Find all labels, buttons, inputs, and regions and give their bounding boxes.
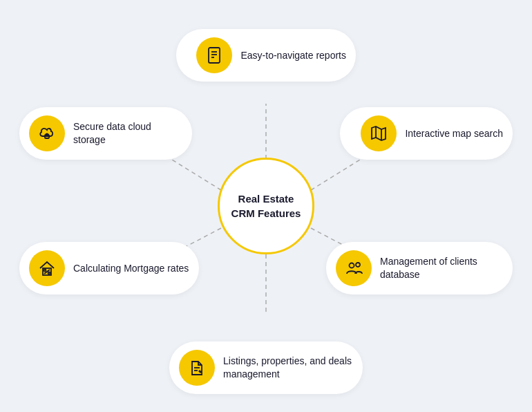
svg-point-16 xyxy=(48,272,50,274)
card-bottom-left-text: Calculating Mortgage rates xyxy=(73,262,189,275)
people-icon xyxy=(344,259,363,278)
card-bottom-left-icon-circle xyxy=(29,250,65,286)
house-percent-icon xyxy=(37,259,57,278)
document-icon xyxy=(205,46,224,65)
card-left-icon-circle xyxy=(29,115,65,151)
svg-rect-6 xyxy=(209,48,220,63)
center-circle: Real EstateCRM Features xyxy=(218,158,314,254)
card-right-icon-circle xyxy=(361,115,397,151)
card-bottom: Listings, properties, and deals manageme… xyxy=(169,341,363,394)
svg-point-19 xyxy=(356,263,360,267)
svg-marker-11 xyxy=(372,127,386,140)
card-top-icon-circle xyxy=(196,37,232,73)
card-top-text: Easy-to-navigate reports xyxy=(240,49,346,62)
card-bottom-text: Listings, properties, and deals manageme… xyxy=(223,355,353,381)
card-left: Secure data cloud storage xyxy=(19,107,192,160)
card-right: Interactive map search xyxy=(340,107,513,160)
card-bottom-icon-circle xyxy=(179,350,215,386)
svg-point-15 xyxy=(44,270,46,272)
center-title: Real EstateCRM Features xyxy=(231,191,301,221)
edit-doc-icon xyxy=(187,358,207,377)
svg-point-18 xyxy=(350,263,354,268)
map-icon xyxy=(369,124,388,143)
diagram-container: Real EstateCRM Features Easy-to-navigate… xyxy=(0,0,532,412)
card-right-text: Interactive map search xyxy=(405,127,503,140)
card-bottom-right: Management of clients database xyxy=(326,242,513,294)
card-bottom-right-text: Management of clients database xyxy=(380,255,503,281)
cloud-lock-icon xyxy=(37,124,57,143)
card-left-text: Secure data cloud storage xyxy=(73,120,182,147)
card-bottom-right-icon-circle xyxy=(336,250,372,286)
card-bottom-left: Calculating Mortgage rates xyxy=(19,242,199,294)
card-top: Easy-to-navigate reports xyxy=(176,29,356,82)
